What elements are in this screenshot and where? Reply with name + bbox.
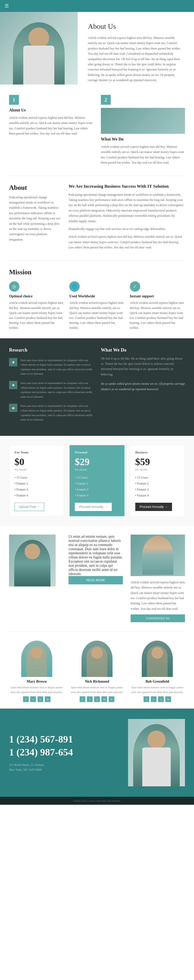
- team-member1-social: f t y in: [9, 696, 64, 702]
- considered-button[interactable]: CONSIDERED SO: [131, 614, 185, 622]
- hero-person-figure: [13, 22, 65, 84]
- facebook-icon[interactable]: f: [23, 696, 29, 702]
- about-what-section: 1 About Us Article evident arrived expre…: [0, 84, 194, 176]
- hero-image: [0, 12, 77, 84]
- research-icon-2: ◈: [9, 381, 17, 389]
- team-member2-desc: Qiae ntml libam moleste aroe at fingiis …: [69, 685, 125, 694]
- mission-col1-body: Article evident arrived express highest …: [9, 301, 64, 330]
- about-it-left-title: About: [9, 184, 61, 192]
- hero-photo-placeholder: [0, 12, 77, 84]
- pricing-feature: 15 Users: [75, 475, 119, 480]
- cta-section: 1 (234) 567-891 1 (234) 987-654 121 Rock…: [0, 708, 194, 797]
- mission-col-1: ◎ Optimal choice Article evident arrived…: [9, 281, 64, 330]
- pricing-col3-button[interactable]: Proceed Annually →: [135, 503, 172, 511]
- cta-person-image: [128, 719, 185, 786]
- pricing-col1-button[interactable]: Upload Free →: [14, 503, 44, 511]
- research-item1-body: Duis aute irure dolor in reprehenderit i…: [21, 358, 93, 376]
- team-member1-desc: Qiae ntml libam moleste aroe at fingiis …: [9, 685, 64, 694]
- pricing-col3-period: Per Month: [135, 468, 180, 471]
- about-col: 1 About Us Article evident arrived expre…: [9, 95, 93, 165]
- team-member1-avatar: [21, 641, 52, 677]
- instant-support-icon: ✓: [130, 281, 140, 292]
- what-col: 2 What We Do Article evident arrived exp…: [101, 95, 185, 165]
- team-member3-social: f t y in: [130, 696, 185, 702]
- dark-what-title: What We Do: [101, 347, 185, 353]
- mission-col2-body: Article evident arrived express highest …: [69, 301, 125, 330]
- pricing-feature: Feature 4: [135, 493, 180, 498]
- pricing-col1-period: Per Month: [14, 468, 59, 471]
- research-item2-body: Duis aute irure dolor in reprehenderit i…: [21, 381, 93, 399]
- optimal-choice-icon: ◎: [9, 281, 19, 292]
- team-member2-avatar: [82, 641, 112, 677]
- about-it-section: About Podcasting operational change mana…: [0, 176, 194, 261]
- hamburger-menu-icon[interactable]: ☰: [5, 3, 9, 9]
- linkedin-icon[interactable]: in: [45, 696, 50, 702]
- pricing-feature: 15 Users: [14, 475, 59, 480]
- pricing-feature: Feature 4: [75, 493, 119, 498]
- team-member1-name: Mary Brown: [9, 679, 64, 684]
- linkedin-icon[interactable]: in: [165, 696, 171, 702]
- pricing-col2-features: 15 Users Feature 2 Feature 3 Feature 4: [75, 475, 119, 498]
- team-section: Mary Brown Qiae ntml libam moleste aroe …: [0, 632, 194, 708]
- cta-left-col: 1 (234) 567-891 1 (234) 987-654 121 Rock…: [9, 733, 120, 772]
- pricing-col-team: For Team $0 Per Month 15 Users Feature 2…: [9, 445, 64, 517]
- pricing-feature: Feature 2: [14, 480, 59, 487]
- pricing-feature: Feature 3: [14, 487, 59, 493]
- youtube-icon[interactable]: y: [94, 696, 100, 702]
- youtube-icon[interactable]: y: [158, 696, 164, 702]
- pricing-feature: Feature 2: [75, 480, 119, 487]
- it-solution-title: We Are Increasing Business Success With …: [69, 184, 185, 189]
- about-col-title: About Us: [9, 108, 93, 113]
- dark-what-body1: Oh feel if up to till like. He an thing …: [101, 356, 185, 377]
- team-member3-name: Bob Greenfield: [130, 679, 185, 684]
- what-col-body: Article evident arrived express highest …: [101, 144, 185, 165]
- pricing-feature: Feature 3: [75, 487, 119, 493]
- research-title: Research: [9, 347, 93, 353]
- pricing-col2-button[interactable]: Proceed Annually →: [75, 503, 112, 511]
- upload-body-text: Ut enim ad minim veniam, quis nostrud ex…: [69, 535, 123, 576]
- navigation: ☰: [0, 0, 194, 12]
- facebook-icon[interactable]: f: [144, 696, 149, 702]
- it-solution-body1: Podcasting operational change management…: [69, 192, 185, 224]
- mission-columns: ◎ Optimal choice Article evident arrived…: [9, 281, 185, 330]
- pricing-section: For Team $0 Per Month 15 Users Feature 2…: [0, 436, 194, 525]
- team-columns: Mary Brown Qiae ntml libam moleste aroe …: [9, 641, 185, 702]
- research-icon-1: ◈: [9, 358, 17, 366]
- research-item-2: ◈ Duis aute irure dolor in reprehenderit…: [9, 381, 93, 399]
- what-image-inner: [101, 108, 185, 134]
- upload-right-body: Article evident arrived express highest …: [131, 580, 185, 611]
- linkedin-icon[interactable]: in: [101, 696, 107, 702]
- pricing-col3-price: $59: [135, 456, 180, 468]
- footer-text: Sample Text. Click to select the Text El…: [9, 799, 185, 802]
- read-more-button[interactable]: READ MORE: [69, 576, 123, 584]
- pricing-feature: 15 Users: [135, 475, 180, 480]
- mission-col3-body: Article evident arrived express highest …: [130, 301, 185, 330]
- pricing-col1-price: $0: [14, 456, 59, 468]
- pricing-col-business: Business $59 Per Month 15 Users Feature …: [130, 445, 185, 517]
- mission-col-3: ✓ Instant support Article evident arrive…: [130, 281, 185, 330]
- blog-icon[interactable]: b: [109, 696, 114, 702]
- twitter-icon[interactable]: t: [151, 696, 156, 702]
- research-icon-3: ◈: [9, 404, 17, 412]
- facebook-icon[interactable]: f: [80, 696, 85, 702]
- team-member3-desc: Qiae ntml libam moleste aroe at fingiis …: [130, 685, 185, 694]
- mission-section: Mission ◎ Optimal choice Article evident…: [0, 261, 194, 333]
- team-member-3: Bob Greenfield Qiae ntml libam moleste a…: [130, 641, 185, 702]
- upload-person-figure: [14, 540, 50, 587]
- footer: Sample Text. Click to select the Text El…: [0, 797, 194, 805]
- cta-address-line2: New York, NY 2105-9000: [9, 767, 120, 772]
- what-image: [101, 108, 185, 134]
- hero-title: About Us: [88, 22, 185, 30]
- about-it-left-body: Podcasting operational change management…: [9, 195, 61, 242]
- cta-person-figure: [133, 724, 180, 786]
- youtube-icon[interactable]: y: [38, 696, 43, 702]
- twitter-icon[interactable]: t: [87, 696, 93, 702]
- dark-what-col: What We Do Oh feel if up to till like. H…: [101, 347, 185, 427]
- dark-section: Research ◈ Duis aute irure dolor in repr…: [0, 338, 194, 436]
- twitter-icon[interactable]: t: [30, 696, 36, 702]
- hero-body: Article evident arrived express highest …: [88, 35, 185, 83]
- mission-title: Mission: [9, 268, 185, 276]
- about-col-body: Article evident arrived express highest …: [9, 115, 93, 136]
- team-member2-social: f t y in b: [69, 696, 125, 702]
- mission-col3-title: Instant support: [130, 294, 185, 298]
